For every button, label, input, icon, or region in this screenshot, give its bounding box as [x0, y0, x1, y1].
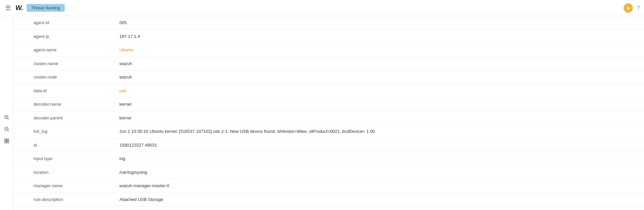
svg-rect-7	[5, 139, 6, 141]
avatar[interactable]: a	[624, 3, 633, 13]
svg-line-1	[7, 118, 9, 120]
table-row: agent.ip197.17.1.4	[13, 30, 644, 43]
table-row: input.typelog	[13, 152, 644, 166]
field-key: cluster.name	[13, 57, 114, 70]
svg-rect-8	[7, 139, 9, 141]
table-row: location/var/log/syslog	[13, 165, 644, 179]
table-row: cluster.nodewazuh	[13, 70, 644, 84]
field-key: rule.description	[13, 193, 114, 206]
field-value: usb	[114, 84, 644, 98]
help-icon[interactable]: ?	[637, 5, 640, 11]
grid-icon[interactable]	[3, 137, 11, 146]
table-row: id1580123327.49031	[13, 138, 644, 152]
field-value: kernel	[114, 111, 644, 125]
zoom-in-icon[interactable]	[3, 113, 11, 122]
field-value: 1580123327.49031	[114, 138, 644, 152]
field-key: location	[13, 165, 114, 179]
field-value: wazuh-manager-master-0	[114, 179, 644, 193]
field-key: full_log	[13, 125, 114, 139]
sidebar-icons	[0, 16, 13, 210]
table-row: rule.firedtimes1	[13, 206, 644, 210]
field-value: wazuh	[114, 57, 644, 70]
field-value: kernel	[114, 98, 644, 111]
logo: W.	[15, 4, 23, 12]
table-row: manager.namewazuh-manager-master-0	[13, 179, 644, 193]
table-row: data.idusb	[13, 84, 644, 98]
menu-icon[interactable]: ☰	[4, 3, 12, 13]
main-content: agent.id005agent.ip197.17.1.4agent.nameU…	[0, 16, 644, 210]
field-value: Jun 2 10:30:16 Ubuntu kernel: [516537.18…	[114, 125, 644, 139]
field-value: /var/log/syslog	[114, 165, 644, 179]
field-value: Attached USB Storage	[114, 193, 644, 206]
field-key: cluster.node	[13, 70, 114, 84]
threat-hunting-tab[interactable]: Threat Hunting	[26, 4, 65, 12]
table-row: full_logJun 2 10:30:16 Ubuntu kernel: [5…	[13, 125, 644, 139]
table-row: rule.descriptionAttached USB Storage	[13, 193, 644, 206]
topbar: ☰ W. Threat Hunting a ?	[0, 0, 644, 16]
field-key: decoder.name	[13, 98, 114, 111]
field-key: rule.firedtimes	[13, 206, 114, 210]
field-key: manager.name	[13, 179, 114, 193]
field-value: 197.17.1.4	[114, 30, 644, 43]
topbar-left: ☰ W. Threat Hunting	[4, 3, 65, 13]
field-value: Ubuntu	[114, 43, 644, 57]
table-row: decoder.namekernel	[13, 98, 644, 111]
field-key: id	[13, 138, 114, 152]
data-table: agent.id005agent.ip197.17.1.4agent.nameU…	[13, 16, 644, 210]
svg-line-5	[7, 130, 9, 132]
field-value: 1	[114, 206, 644, 210]
field-value: log	[114, 152, 644, 166]
table-row: decoder.parentkernel	[13, 111, 644, 125]
field-key: agent.id	[13, 16, 114, 30]
table-row: cluster.namewazuh	[13, 57, 644, 70]
svg-rect-9	[5, 141, 6, 143]
field-key: agent.ip	[13, 30, 114, 43]
topbar-right: a ?	[624, 3, 640, 13]
field-value: wazuh	[114, 70, 644, 84]
field-key: input.type	[13, 152, 114, 166]
table-row: agent.nameUbuntu	[13, 43, 644, 57]
svg-rect-10	[7, 141, 9, 143]
field-key: decoder.parent	[13, 111, 114, 125]
zoom-out-icon[interactable]	[3, 125, 11, 134]
field-key: agent.name	[13, 43, 114, 57]
field-value: 005	[114, 16, 644, 30]
field-key: data.id	[13, 84, 114, 98]
table-row: agent.id005	[13, 16, 644, 30]
